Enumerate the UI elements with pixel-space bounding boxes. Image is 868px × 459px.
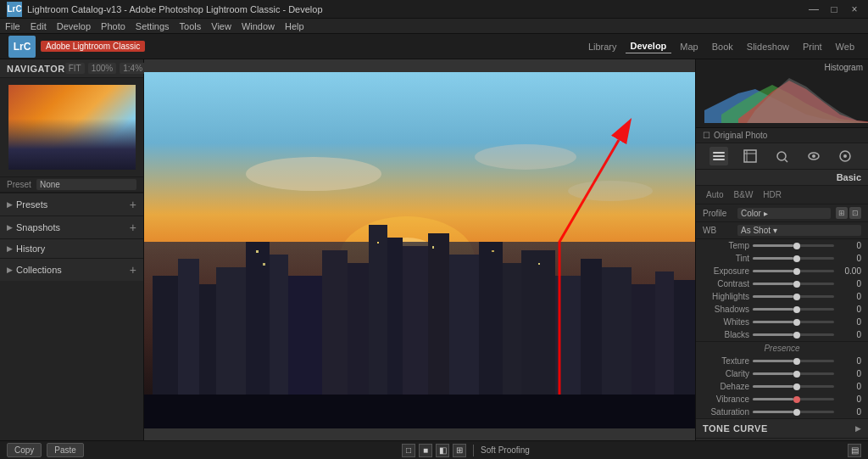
- red-eye-tool[interactable]: [804, 147, 823, 165]
- vibrance-value: 0: [837, 395, 861, 404]
- texture-slider[interactable]: [753, 360, 834, 362]
- bottom-controls: □ ■ ◧ ⊞ Soft Proofing: [89, 444, 843, 457]
- crop-overlay-tool[interactable]: [741, 147, 760, 165]
- basic-controls-header: Auto B&W HDR: [696, 186, 868, 204]
- wb-value[interactable]: As Shot ▾: [737, 225, 861, 236]
- temp-value: 0: [837, 241, 861, 250]
- original-photo-checkbox[interactable]: ☐: [703, 131, 710, 140]
- menu-photo[interactable]: Photo: [101, 21, 125, 31]
- titlebar-logo: LrC: [7, 2, 22, 17]
- saturation-value: 0: [837, 407, 861, 417]
- basic-tabs: Auto B&W HDR: [703, 189, 785, 200]
- close-button[interactable]: ×: [848, 3, 861, 16]
- tab-slideshow[interactable]: Slideshow: [742, 40, 794, 53]
- left-panel: Navigator FIT 100% 1:4% Preset None ▶ Pr…: [0, 59, 144, 440]
- tint-value: 0: [837, 254, 861, 263]
- survey-view-icon[interactable]: ⊞: [453, 444, 466, 457]
- bw-tab[interactable]: B&W: [731, 189, 757, 200]
- svg-line-45: [785, 160, 787, 162]
- zoom-100[interactable]: 100%: [88, 63, 117, 74]
- menu-file[interactable]: File: [5, 21, 20, 31]
- contrast-slider[interactable]: [753, 283, 834, 285]
- tab-develop[interactable]: Develop: [626, 39, 672, 53]
- saturation-label: Saturation: [703, 407, 749, 417]
- titlebar-controls[interactable]: — □ ×: [807, 3, 861, 16]
- hdr-tab[interactable]: HDR: [760, 189, 785, 200]
- navigator-preview[interactable]: [8, 85, 136, 170]
- profile-value[interactable]: Color ▸: [737, 208, 831, 219]
- photo-canvas[interactable]: [144, 72, 695, 428]
- whites-slider[interactable]: [753, 321, 834, 323]
- menu-view[interactable]: View: [211, 21, 231, 31]
- menu-help[interactable]: Help: [285, 21, 304, 31]
- basic-adjustments-tool[interactable]: [709, 147, 728, 165]
- zoom-fit[interactable]: FIT: [65, 63, 85, 74]
- svg-rect-35: [538, 263, 540, 265]
- collections-chevron: ▶: [7, 266, 13, 274]
- history-chevron: ▶: [7, 244, 13, 253]
- zoom-quarter[interactable]: 1:4%: [120, 63, 146, 74]
- snapshots-header[interactable]: ▶ Snapshots +: [0, 216, 143, 238]
- auto-tab[interactable]: Auto: [703, 189, 727, 200]
- shadows-slider[interactable]: [753, 308, 834, 311]
- tab-library[interactable]: Library: [583, 40, 622, 53]
- profile-label: Profile: [703, 209, 732, 218]
- filmstrip-icon[interactable]: ▤: [848, 444, 861, 457]
- saturation-slider[interactable]: [753, 411, 834, 413]
- exposure-label: Exposure: [703, 266, 749, 276]
- maximize-button[interactable]: □: [827, 3, 841, 16]
- tab-book[interactable]: Book: [707, 40, 738, 53]
- preset-value[interactable]: None: [36, 179, 136, 190]
- menu-tools[interactable]: Tools: [180, 21, 202, 31]
- tab-print[interactable]: Print: [798, 40, 827, 53]
- radial-filter-tool[interactable]: [836, 147, 854, 165]
- panel-mode-row: Basic: [696, 170, 868, 186]
- presets-chevron: ▶: [7, 200, 13, 209]
- blacks-value: 0: [837, 330, 861, 339]
- tone-curve-chevron: ▶: [855, 424, 861, 433]
- navigator-zoom-controls: FIT 100% 1:4%: [65, 63, 146, 74]
- collections-header[interactable]: ▶ Collections +: [0, 259, 143, 281]
- whites-value: 0: [837, 317, 861, 327]
- highlights-slider[interactable]: [753, 295, 834, 298]
- temp-slider[interactable]: [753, 244, 834, 247]
- grid-view-icon[interactable]: □: [402, 444, 415, 457]
- vibrance-slider[interactable]: [753, 398, 834, 400]
- compare-view-icon[interactable]: ◧: [436, 444, 449, 457]
- svg-point-3: [246, 157, 381, 191]
- snapshots-add-icon[interactable]: +: [130, 221, 136, 234]
- paste-button[interactable]: Paste: [47, 443, 84, 457]
- spot-removal-tool[interactable]: [772, 147, 791, 165]
- color-mixer-header[interactable]: Color Mixer ▶: [696, 439, 868, 440]
- loupe-view-icon[interactable]: ■: [419, 444, 432, 457]
- exposure-slider[interactable]: [753, 270, 834, 272]
- histogram-canvas: [696, 68, 868, 127]
- clarity-slider[interactable]: [753, 372, 834, 375]
- menu-window[interactable]: Window: [242, 21, 275, 31]
- history-header[interactable]: ▶ History: [0, 239, 143, 258]
- svg-rect-34: [492, 250, 494, 252]
- svg-point-4: [475, 144, 576, 170]
- collections-add-icon[interactable]: +: [130, 263, 136, 277]
- blacks-slider[interactable]: [753, 333, 834, 336]
- tone-curve-header[interactable]: Tone Curve ▶: [696, 419, 868, 438]
- dehaze-slider[interactable]: [753, 385, 834, 388]
- menu-settings[interactable]: Settings: [136, 21, 170, 31]
- identity-badge: Adobe Lightroom Classic: [41, 41, 145, 52]
- minimize-button[interactable]: —: [807, 3, 821, 16]
- presets-add-icon[interactable]: +: [130, 198, 136, 211]
- menu-edit[interactable]: Edit: [31, 21, 47, 31]
- tab-web[interactable]: Web: [831, 40, 860, 53]
- copy-button[interactable]: Copy: [7, 443, 42, 457]
- presets-header[interactable]: ▶ Presets +: [0, 193, 143, 216]
- tint-slider[interactable]: [753, 257, 834, 260]
- profile-expand-icon[interactable]: ⊡: [849, 207, 861, 219]
- menu-develop[interactable]: Develop: [57, 21, 91, 31]
- navigator-header[interactable]: Navigator FIT 100% 1:4%: [0, 59, 143, 78]
- profile-grid-icon[interactable]: ⊞: [836, 207, 848, 219]
- collections-section: ▶ Collections +: [0, 258, 143, 281]
- tint-slider-row: Tint 0: [696, 252, 868, 265]
- exposure-value: 0.00: [837, 266, 861, 276]
- collections-title: ▶ Collections: [7, 265, 62, 275]
- tab-map[interactable]: Map: [675, 40, 703, 53]
